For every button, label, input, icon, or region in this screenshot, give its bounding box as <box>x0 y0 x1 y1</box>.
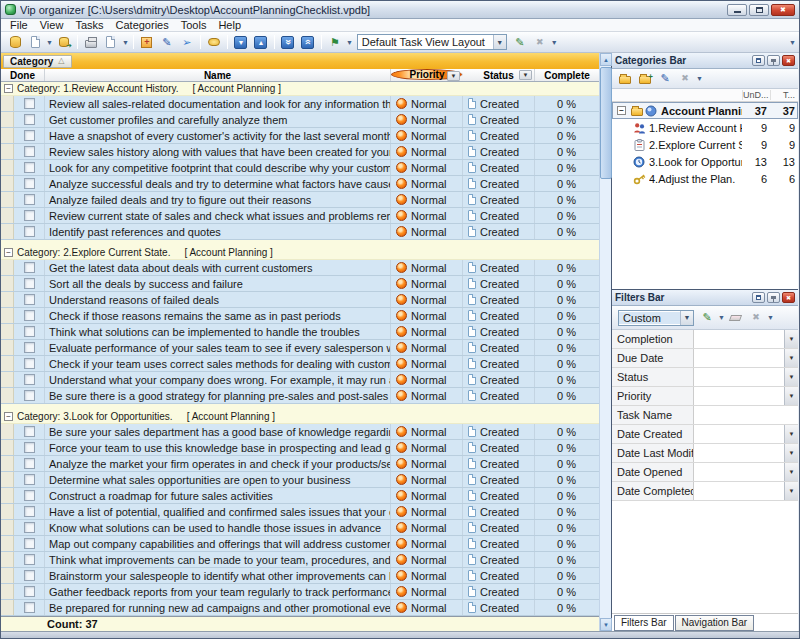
task-checkbox[interactable] <box>24 162 35 173</box>
task-checkbox[interactable] <box>24 294 35 305</box>
task-checkbox[interactable] <box>24 326 35 337</box>
column-header-name[interactable]: Name <box>45 69 391 81</box>
new-subcategory-button[interactable] <box>636 70 654 87</box>
filter-value-input[interactable] <box>694 387 784 405</box>
tree-item[interactable]: 3.Look for Opportunities. 13 13 <box>612 153 798 170</box>
task-checkbox[interactable] <box>24 226 35 237</box>
task-checkbox[interactable] <box>24 602 35 613</box>
scroll-down-icon[interactable]: ▼ <box>600 618 612 631</box>
task-checkbox[interactable] <box>24 522 35 533</box>
task-checkbox[interactable] <box>24 210 35 221</box>
task-checkbox[interactable] <box>24 374 35 385</box>
tree-item[interactable]: 2.Explore Current State. 9 9 <box>612 136 798 153</box>
task-checkbox[interactable] <box>24 310 35 321</box>
close-panel-button[interactable]: ✖ <box>782 55 795 66</box>
filter-value-input[interactable] <box>694 330 784 348</box>
filter-dropdown-icon[interactable]: ▼ <box>784 425 798 443</box>
group-category-button[interactable]: Category △ <box>3 55 72 68</box>
filter-value-input[interactable] <box>694 444 784 462</box>
collapse-tree-icon[interactable]: − <box>617 106 626 115</box>
maximize-panel-button[interactable] <box>752 55 765 66</box>
task-checkbox[interactable] <box>24 570 35 581</box>
task-row[interactable]: Be prepared for running new ad campaigns… <box>1 600 599 616</box>
task-checkbox[interactable] <box>24 426 35 437</box>
menu-item-file[interactable]: File <box>4 20 34 31</box>
task-checkbox[interactable] <box>24 262 35 273</box>
task-row[interactable]: Understand what your company does wrong.… <box>1 372 599 388</box>
minimize-button[interactable] <box>727 4 747 16</box>
pin-panel-button[interactable] <box>767 55 780 66</box>
filter-dropdown-icon[interactable]: ▼ <box>784 349 798 367</box>
filter-value-input[interactable] <box>694 425 784 443</box>
filters-toolbar-overflow-icon[interactable]: ▼ <box>767 314 774 321</box>
open-database-dropdown-icon[interactable]: ▼ <box>46 39 53 46</box>
task-row[interactable]: Check if your team uses correct sales me… <box>1 356 599 372</box>
task-checkbox[interactable] <box>24 114 35 125</box>
task-row[interactable]: Analyze the market your firm operates in… <box>1 456 599 472</box>
task-checkbox[interactable] <box>24 390 35 401</box>
filter-preset-combo[interactable]: Custom ▼ <box>618 310 694 326</box>
task-row[interactable]: Be sure your sales department has a good… <box>1 424 599 440</box>
combo-dropdown-icon[interactable]: ▼ <box>680 311 693 325</box>
tab-navigation-bar[interactable]: Navigation Bar <box>675 615 755 631</box>
highlight-tasks-button[interactable] <box>205 34 223 51</box>
edit-category-button[interactable]: ✎ <box>656 70 674 87</box>
collapse-group-icon[interactable]: − <box>4 84 13 93</box>
layout-combo[interactable]: Default Task View Layout ▼ <box>357 34 507 50</box>
delete-layout-button[interactable]: ✖ <box>531 34 549 51</box>
tree-item[interactable]: 1.Review Account History. 9 9 <box>612 119 798 136</box>
task-row[interactable]: Construct a roadmap for future sales act… <box>1 488 599 504</box>
task-checkbox[interactable] <box>24 538 35 549</box>
column-header-complete[interactable]: Complete <box>535 69 599 81</box>
menu-item-tools[interactable]: Tools <box>175 20 213 31</box>
task-checkbox[interactable] <box>24 146 35 157</box>
collapse-group-icon[interactable]: − <box>4 248 13 257</box>
task-checkbox[interactable] <box>24 474 35 485</box>
task-checkbox[interactable] <box>24 130 35 141</box>
task-row[interactable]: Review sales history along with values t… <box>1 144 599 160</box>
filter-value-input[interactable] <box>694 463 784 481</box>
edit-task-button[interactable]: ✎ <box>158 34 176 51</box>
task-row[interactable]: Know what solutions can be used to handl… <box>1 520 599 536</box>
new-database-button[interactable] <box>6 34 24 51</box>
new-category-button[interactable] <box>616 70 634 87</box>
task-row[interactable]: Check if those reasons remains the same … <box>1 308 599 324</box>
new-task-button[interactable]: + <box>138 34 156 51</box>
task-row[interactable]: Look for any competitive footprint that … <box>1 160 599 176</box>
maximize-button[interactable] <box>749 4 769 16</box>
task-checkbox[interactable] <box>24 506 35 517</box>
toolbar-overflow-icon[interactable]: ▼ <box>789 39 796 46</box>
task-checkbox[interactable] <box>24 358 35 369</box>
collapse-group-icon[interactable]: − <box>4 412 13 421</box>
filter-value-input[interactable] <box>694 368 784 386</box>
task-row[interactable]: Be sure there is a good strategy for pla… <box>1 388 599 404</box>
task-row[interactable]: Map out company capabilities and offerin… <box>1 536 599 552</box>
filter-value-input[interactable] <box>694 406 798 424</box>
task-row[interactable]: Get customer profiles and carefully anal… <box>1 112 599 128</box>
clear-filter-button[interactable] <box>727 309 745 326</box>
backup-database-button[interactable] <box>55 34 73 51</box>
close-panel-button[interactable]: ✖ <box>782 292 795 303</box>
priority-filter-dropdown[interactable]: ▼ <box>447 71 460 81</box>
combo-dropdown-icon[interactable]: ▼ <box>493 35 506 49</box>
open-database-button[interactable] <box>26 34 44 51</box>
close-button[interactable]: ✖ <box>771 4 795 16</box>
task-checkbox[interactable] <box>24 98 35 109</box>
task-checkbox[interactable] <box>24 194 35 205</box>
tree-item[interactable]: 4.Adjust the Plan. 6 6 <box>612 170 798 187</box>
task-row[interactable]: Review current state of sales and check … <box>1 208 599 224</box>
task-checkbox[interactable] <box>24 342 35 353</box>
task-checkbox[interactable] <box>24 458 35 469</box>
assign-task-button[interactable]: ➢ <box>178 34 196 51</box>
category-group-row[interactable]: − Category: 1.Review Account History. [ … <box>1 82 599 96</box>
print-dropdown-icon[interactable]: ▼ <box>122 39 129 46</box>
task-row[interactable]: Evaluate performance of your sales team … <box>1 340 599 356</box>
task-row[interactable]: Review all sales-related documentation a… <box>1 96 599 112</box>
edit-filter-dropdown-icon[interactable]: ▼ <box>718 314 725 321</box>
filter-value-input[interactable] <box>694 482 784 500</box>
tab-filters-bar[interactable]: Filters Bar <box>614 615 674 631</box>
layout-overflow-icon[interactable]: ▼ <box>551 39 558 46</box>
task-row[interactable]: Have a snapshot of every customer's acti… <box>1 128 599 144</box>
filter-dropdown-icon[interactable]: ▼ <box>784 368 798 386</box>
task-row[interactable]: Think what solutions can be implemented … <box>1 324 599 340</box>
